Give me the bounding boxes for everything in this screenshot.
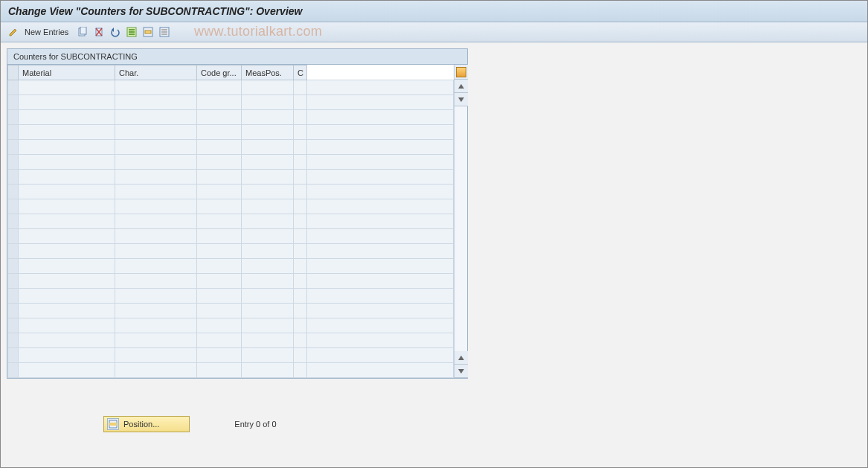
cell-c[interactable] [294,185,307,199]
cell-char[interactable] [115,199,197,214]
cell-c[interactable] [294,348,307,363]
cell-c[interactable] [294,333,307,348]
cell-material[interactable] [19,244,115,259]
cell-codegr[interactable] [197,244,242,259]
cell-codegr[interactable] [197,214,242,229]
cell-material[interactable] [19,259,115,274]
cell-char[interactable] [115,185,197,199]
cell-c[interactable] [294,229,307,244]
table-row[interactable] [8,185,454,199]
new-entries-button[interactable]: New Entries [23,28,73,36]
cell-codegr[interactable] [197,155,242,170]
cell-material[interactable] [19,363,115,378]
table-row[interactable] [8,140,454,155]
cell-c[interactable] [294,110,307,125]
cell-c[interactable] [294,155,307,170]
cell-char[interactable] [115,155,197,170]
row-selector[interactable] [8,274,19,289]
vertical-scrollbar[interactable] [454,65,467,378]
cell-codegr[interactable] [197,289,242,304]
cell-material[interactable] [19,274,115,289]
cell-char[interactable] [115,170,197,185]
scroll-down-icon[interactable] [454,93,468,106]
scroll-up2-icon[interactable] [454,351,468,365]
cell-codegr[interactable] [197,80,242,95]
cell-codegr[interactable] [197,304,242,318]
cell-measpos[interactable] [242,80,294,95]
row-selector-header[interactable] [8,65,19,80]
cell-codegr[interactable] [197,348,242,363]
cell-measpos[interactable] [242,125,294,140]
cell-codegr[interactable] [197,229,242,244]
row-selector[interactable] [8,229,19,244]
cell-char[interactable] [115,333,197,348]
row-selector[interactable] [8,185,19,199]
cell-c[interactable] [294,80,307,95]
cell-material[interactable] [19,170,115,185]
cell-measpos[interactable] [242,95,294,110]
cell-material[interactable] [19,214,115,229]
row-selector[interactable] [8,348,19,363]
cell-measpos[interactable] [242,259,294,274]
cell-c[interactable] [294,244,307,259]
cell-char[interactable] [115,110,197,125]
cell-measpos[interactable] [242,140,294,155]
cell-material[interactable] [19,155,115,170]
cell-material[interactable] [19,140,115,155]
cell-material[interactable] [19,289,115,304]
cell-c[interactable] [294,140,307,155]
cell-c[interactable] [294,289,307,304]
cell-char[interactable] [115,125,197,140]
cell-codegr[interactable] [197,170,242,185]
cell-codegr[interactable] [197,185,242,199]
cell-char[interactable] [115,244,197,259]
row-selector[interactable] [8,140,19,155]
table-row[interactable] [8,170,454,185]
cell-measpos[interactable] [242,170,294,185]
cell-c[interactable] [294,95,307,110]
cell-char[interactable] [115,289,197,304]
cell-material[interactable] [19,125,115,140]
cell-c[interactable] [294,199,307,214]
cell-codegr[interactable] [197,318,242,333]
col-header-material[interactable]: Material [19,65,115,80]
cell-codegr[interactable] [197,259,242,274]
copy-as-icon[interactable] [76,25,89,39]
cell-codegr[interactable] [197,333,242,348]
cell-material[interactable] [19,229,115,244]
cell-measpos[interactable] [242,274,294,289]
cell-c[interactable] [294,363,307,378]
cell-measpos[interactable] [242,155,294,170]
cell-measpos[interactable] [242,199,294,214]
cell-char[interactable] [115,304,197,318]
table-row[interactable] [8,318,454,333]
cell-codegr[interactable] [197,363,242,378]
scroll-down2-icon[interactable] [454,365,468,378]
cell-codegr[interactable] [197,110,242,125]
table-row[interactable] [8,289,454,304]
cell-material[interactable] [19,199,115,214]
table-row[interactable] [8,259,454,274]
row-selector[interactable] [8,244,19,259]
cell-measpos[interactable] [242,318,294,333]
cell-codegr[interactable] [197,125,242,140]
cell-codegr[interactable] [197,274,242,289]
row-selector[interactable] [8,110,19,125]
cell-material[interactable] [19,80,115,95]
cell-measpos[interactable] [242,214,294,229]
cell-material[interactable] [19,348,115,363]
row-selector[interactable] [8,214,19,229]
col-header-char[interactable]: Char. [115,65,197,80]
table-row[interactable] [8,125,454,140]
row-selector[interactable] [8,259,19,274]
cell-measpos[interactable] [242,348,294,363]
cell-material[interactable] [19,333,115,348]
scroll-track[interactable] [454,106,467,351]
cell-char[interactable] [115,229,197,244]
table-row[interactable] [8,95,454,110]
row-selector[interactable] [8,363,19,378]
cell-material[interactable] [19,304,115,318]
cell-measpos[interactable] [242,363,294,378]
table-row[interactable] [8,80,454,95]
row-selector[interactable] [8,170,19,185]
